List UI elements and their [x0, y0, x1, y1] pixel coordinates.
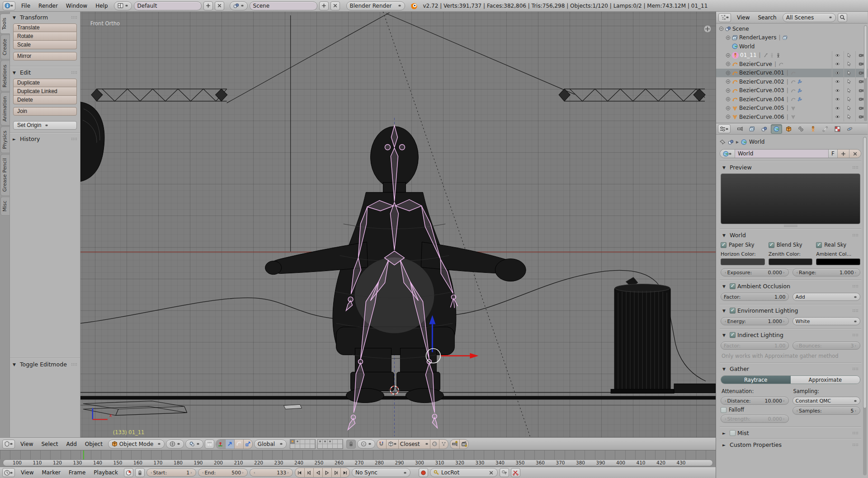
- expand-icon[interactable]: [726, 97, 731, 102]
- real-sky-checkbox[interactable]: [816, 242, 822, 248]
- frame-start-field[interactable]: ‹Start:1›: [146, 469, 196, 477]
- snap-peel-toggle[interactable]: [430, 440, 439, 449]
- panel-grip-icon[interactable]: [71, 137, 77, 141]
- clear-keyingset-icon[interactable]: [488, 470, 494, 476]
- panel-grip-icon[interactable]: [852, 333, 859, 337]
- timeline-menu-view[interactable]: View: [17, 469, 38, 476]
- panel-header-gather[interactable]: Gather: [720, 363, 861, 374]
- layer-cell[interactable]: [323, 440, 328, 444]
- ambient-color-swatch[interactable]: [816, 258, 860, 265]
- outliner-row-beziercurve.001[interactable]: BezierCurve.001|: [716, 69, 868, 78]
- preview-resize-handle[interactable]: [784, 225, 797, 227]
- tool-duplicate-linked-button[interactable]: Duplicate Linked: [13, 87, 77, 96]
- scene-name-field[interactable]: Scene: [250, 1, 317, 10]
- properties-scrollbar[interactable]: [863, 137, 867, 475]
- properties-tab-object[interactable]: [783, 124, 794, 134]
- lock-to-scene-toggle[interactable]: [346, 440, 356, 449]
- outliner-row-beziercurve.003[interactable]: BezierCurve.003|: [716, 86, 868, 95]
- toolshelf-tab-physics[interactable]: Physics: [0, 127, 9, 153]
- layer-cell[interactable]: [333, 440, 338, 444]
- outliner-menu-view[interactable]: View: [733, 14, 754, 21]
- sync-mode-dropdown[interactable]: No Sync: [352, 468, 410, 477]
- viewport-menu-select[interactable]: Select: [37, 441, 62, 447]
- rotate-manipulator-button[interactable]: [234, 440, 243, 449]
- ground-planks-wireframe[interactable]: [83, 401, 187, 415]
- expand-icon[interactable]: [726, 35, 731, 40]
- viewport-3d[interactable]: x Front Ortho (133) 01_11 ToolsC: [0, 12, 716, 450]
- layer-cell[interactable]: [338, 444, 343, 449]
- falloff-checkbox[interactable]: [721, 407, 726, 413]
- menu-window[interactable]: Window: [62, 3, 91, 9]
- proportional-edit-dropdown[interactable]: [357, 440, 375, 449]
- translate-manipulator-button[interactable]: [225, 440, 234, 449]
- properties-tab-constraints[interactable]: [795, 124, 807, 134]
- toolshelf-tab-misc[interactable]: Misc: [0, 197, 9, 216]
- layer-cell[interactable]: [328, 444, 333, 449]
- timeline-menu-playback[interactable]: Playback: [90, 469, 122, 476]
- toggle-selectability-icon[interactable]: [844, 77, 854, 86]
- next-keyframe-button[interactable]: [331, 468, 340, 477]
- tool-scale-button[interactable]: Scale: [13, 41, 77, 49]
- outliner-item-label[interactable]: BezierCurve.005: [739, 105, 784, 111]
- outliner-row-01_11[interactable]: 01_11|: [716, 51, 868, 60]
- toolshelf-tab-create[interactable]: Create: [0, 35, 9, 60]
- panel-header-environment-lighting[interactable]: Environment Lighting: [720, 305, 861, 316]
- toolshelf-tab-relations[interactable]: Relations: [0, 61, 9, 92]
- delete-layout-button[interactable]: [215, 1, 224, 10]
- falloff-strength-field[interactable]: ‹Strength:0.000›: [721, 415, 789, 423]
- properties-tab-texture[interactable]: [832, 124, 843, 134]
- panel-header-mist[interactable]: Mist: [720, 427, 861, 438]
- layer-cell[interactable]: [338, 440, 343, 444]
- layer-cell[interactable]: [323, 444, 328, 449]
- editor-type-info-button[interactable]: [3, 1, 15, 10]
- panel-header-transform[interactable]: Transform: [10, 12, 80, 23]
- layer-cell[interactable]: [295, 444, 300, 449]
- lock-time-cursor-button[interactable]: [135, 468, 145, 477]
- world-name-field[interactable]: World: [735, 150, 828, 158]
- panel-grip-icon[interactable]: [852, 443, 859, 447]
- horizon-color-swatch[interactable]: [721, 258, 765, 265]
- mist-checkbox[interactable]: [730, 430, 736, 436]
- toggle-selectability-icon[interactable]: [844, 86, 854, 95]
- outliner-row-renderlayers[interactable]: RenderLayers|: [716, 33, 868, 42]
- timeline-menu-frame[interactable]: Frame: [65, 469, 90, 476]
- outliner-scope-dropdown[interactable]: All Scenes: [783, 13, 836, 22]
- snap-toggle-button[interactable]: [377, 440, 386, 449]
- outliner-item-label[interactable]: BezierCurve.006: [739, 114, 784, 120]
- scene-selector[interactable]: [230, 1, 248, 10]
- panel-grip-icon[interactable]: [852, 285, 859, 288]
- expand-icon[interactable]: [726, 88, 731, 93]
- layer-cell[interactable]: [295, 440, 300, 444]
- pivot-align-toggle[interactable]: [205, 440, 214, 449]
- properties-tab-bone[interactable]: [820, 124, 831, 134]
- blend-sky-checkbox[interactable]: [769, 242, 774, 248]
- tool-translate-button[interactable]: Translate: [13, 23, 77, 32]
- transform-orientation-dropdown[interactable]: Global: [254, 440, 287, 449]
- toolshelf-tab-animation[interactable]: Animation: [0, 92, 9, 126]
- menu-file[interactable]: File: [17, 3, 34, 9]
- toolshelf-tab-grease-pencil[interactable]: Grease Pencil: [0, 154, 9, 196]
- toggle-selectability-icon[interactable]: [844, 104, 854, 113]
- keying-set-field[interactable]: LocRot: [430, 468, 498, 477]
- tool-duplicate-button[interactable]: Duplicate: [13, 79, 77, 87]
- outliner-item-label[interactable]: BezierCurve.003: [739, 87, 784, 94]
- toggle-visibility-icon[interactable]: [832, 77, 842, 86]
- panel-grip-icon[interactable]: [852, 431, 859, 435]
- outliner-row-beziercurve[interactable]: BezierCurve|: [716, 60, 868, 69]
- unlink-world-button[interactable]: [849, 150, 861, 158]
- collapse-icon[interactable]: [719, 26, 724, 31]
- outliner-row-scene[interactable]: Scene: [716, 24, 868, 33]
- indirect-lighting-checkbox[interactable]: [730, 332, 736, 338]
- outliner-item-label[interactable]: 01_11: [740, 52, 757, 58]
- expand-icon[interactable]: [726, 79, 731, 84]
- gather-raytrace-button[interactable]: Raytrace: [721, 376, 791, 384]
- outliner-item-label[interactable]: BezierCurve.002: [739, 79, 784, 85]
- current-frame-line[interactable]: [83, 450, 84, 459]
- tool-delete-button[interactable]: Delete: [13, 96, 77, 104]
- breadcrumb-world-label[interactable]: World: [749, 139, 764, 145]
- region-expand-plus-icon[interactable]: [704, 25, 711, 33]
- outliner-item-label[interactable]: BezierCurve.001: [739, 70, 784, 76]
- samples-field[interactable]: ‹Samples:5›: [793, 407, 861, 415]
- viewport-menu-view[interactable]: View: [16, 441, 37, 447]
- play-button[interactable]: [322, 468, 331, 477]
